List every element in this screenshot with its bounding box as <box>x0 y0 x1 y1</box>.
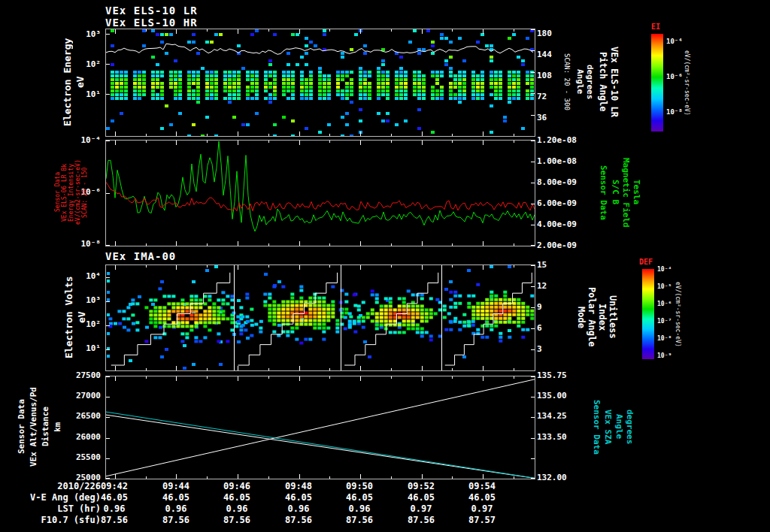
row-value: 0.96 <box>214 503 259 514</box>
time-tick-label: 09:54 <box>459 481 505 491</box>
right-tick-label: 4.00e-09 <box>537 219 577 229</box>
right-tick-label: 144 <box>537 50 552 59</box>
colorbar-tick-label: 10⁻⁸ <box>657 335 671 342</box>
row-label: F10.7 (sfu) <box>0 515 101 525</box>
panel3-title: VEx IMA-00 <box>105 250 176 262</box>
row-value: 87.56 <box>92 515 137 525</box>
right-tick-label: 6.00e-09 <box>537 198 577 208</box>
ima-spectrogram-canvas <box>106 265 535 370</box>
date-label: 2010/226 <box>0 481 101 491</box>
panel4-left-label: Distance <box>41 376 50 478</box>
right-tick-label: 36 <box>537 113 547 122</box>
colorbar2-units-label: eV/(cm²-sr-sec-eV) <box>674 269 681 359</box>
panel3-ylabel-units: eV <box>76 264 86 370</box>
row-value: 46.05 <box>92 492 137 503</box>
panel1-degrees-label: degrees <box>586 29 595 135</box>
panel3-right-label: Mode <box>576 264 587 370</box>
row-value: 0.96 <box>276 503 321 514</box>
row-value: 87.56 <box>153 515 199 525</box>
y-tick-label: 25500 <box>69 452 101 462</box>
right-tick-label: 1.20e-08 <box>537 135 577 145</box>
bfield-line-panel <box>105 140 535 246</box>
panel1-ylabel: Electron Energy <box>62 29 73 135</box>
page-title: VEx ELS-10 LR <box>105 5 198 17</box>
right-tick-label: 132.00 <box>537 473 567 482</box>
bfield-line-canvas <box>106 141 535 246</box>
y-tick-label: 27000 <box>69 391 101 401</box>
row-value: 46.05 <box>459 492 505 503</box>
time-tick-label: 09:44 <box>153 481 199 491</box>
panel1-instrument-label: VEx ELS-10 LR <box>609 29 620 135</box>
time-tick-label: 09:50 <box>337 481 382 491</box>
panel2-right-label: Magnetic Field <box>621 140 631 245</box>
colorbar-tick-label: 10⁻⁷ <box>657 318 671 325</box>
right-tick-label: 72 <box>537 92 547 101</box>
time-tick-label: 09:52 <box>399 481 444 491</box>
panel3-right-label: Index <box>597 264 608 370</box>
panel3-ylabel: Electron Volts <box>63 264 74 370</box>
time-tick-label: 09:46 <box>214 481 259 491</box>
panel2-left-label: Sensor Data <box>54 140 61 245</box>
els-spectrogram-panel <box>105 29 535 137</box>
panel4-left-label: km <box>53 376 62 478</box>
right-tick-label: 1.00e-08 <box>537 156 577 166</box>
row-value: 0.96 <box>92 503 137 514</box>
row-value: 87.56 <box>276 515 321 525</box>
panel2-right-label: Sensor Data <box>599 140 608 245</box>
panel4-right-label: degrees <box>624 376 635 478</box>
time-tick-label: 09:42 <box>92 481 137 491</box>
panel2-left-label: SCAN: 20 - 150 <box>81 140 88 245</box>
right-tick-label: 134.25 <box>537 411 567 421</box>
colorbar1 <box>651 34 663 131</box>
right-tick-label: 8.00e-09 <box>537 177 577 187</box>
row-value: 0.96 <box>153 503 199 514</box>
y-tick-label: 26000 <box>69 432 101 442</box>
colorbar-tick-label: 10⁻⁴ <box>666 38 683 45</box>
right-tick-label: 135.00 <box>537 391 567 401</box>
panel2-left-label: eV/(cm2-sr-sec-eV) <box>74 140 81 245</box>
panel4-right-label: Sensor Data <box>591 376 602 478</box>
right-tick-label: 12 <box>537 281 547 291</box>
panel2-right-label: Tesla <box>632 140 641 245</box>
time-tick-label: 09:48 <box>276 481 321 491</box>
right-tick-label: 9 <box>537 302 542 312</box>
row-label: V-E Ang (deg) <box>0 492 101 503</box>
panel2-left-label: Energy Intensity <box>68 140 74 245</box>
right-tick-label: 15 <box>537 260 547 270</box>
row-value: 46.05 <box>276 492 321 503</box>
right-tick-label: 180 <box>537 29 552 38</box>
row-value: 87.56 <box>337 515 382 525</box>
panel1-ylabel-units: eV <box>74 29 84 135</box>
panel4-right-label: Angle <box>614 376 624 478</box>
colorbar-tick-label: 10⁻⁶ <box>657 301 671 307</box>
row-value: 46.05 <box>399 492 444 503</box>
row-value: 46.05 <box>153 492 199 503</box>
altitude-line-canvas <box>106 376 535 479</box>
y-tick-label: 27500 <box>69 370 101 380</box>
colorbar-tick-label: 10⁻⁴ <box>657 266 671 273</box>
panel1-scan-label: SCAN: 20 - 300 <box>562 29 571 135</box>
row-label: LST (hr) <box>0 503 101 514</box>
right-tick-label: 135.75 <box>537 370 567 380</box>
colorbar1-title: EI <box>651 23 660 31</box>
panel1-angle-label: Angle <box>576 29 585 135</box>
panel2-right-label: S/C B <box>611 140 620 245</box>
row-value: 87.56 <box>214 515 259 525</box>
colorbar-tick-label: 10⁻⁹ <box>657 352 671 359</box>
row-value: 87.57 <box>459 515 505 525</box>
panel3-right-label: Unitless <box>608 264 618 370</box>
page-subtitle: VEx ELS-10 HR <box>105 17 198 29</box>
colorbar2 <box>642 269 654 359</box>
y-tick-label: 26500 <box>69 411 101 421</box>
altitude-line-panel <box>105 376 535 479</box>
colorbar2-title: DEF <box>639 258 653 266</box>
row-value: 0.97 <box>459 503 505 514</box>
ima-spectrogram-panel <box>105 264 535 371</box>
panel2-left-label: VEx ELS-06 LR Bk <box>61 140 68 245</box>
els-spectrogram-canvas <box>106 29 535 136</box>
panel4-right-label: VEx SZA <box>602 376 613 478</box>
right-tick-label: 3 <box>537 344 542 354</box>
vex-quicklook-screen: VEx ELS-10 LR VEx ELS-10 HR 10³ 10² 10¹ … <box>0 0 770 532</box>
row-value: 46.05 <box>214 492 259 503</box>
colorbar1-units-label: eV/(cm²-sr-sec-eV) <box>683 34 690 131</box>
